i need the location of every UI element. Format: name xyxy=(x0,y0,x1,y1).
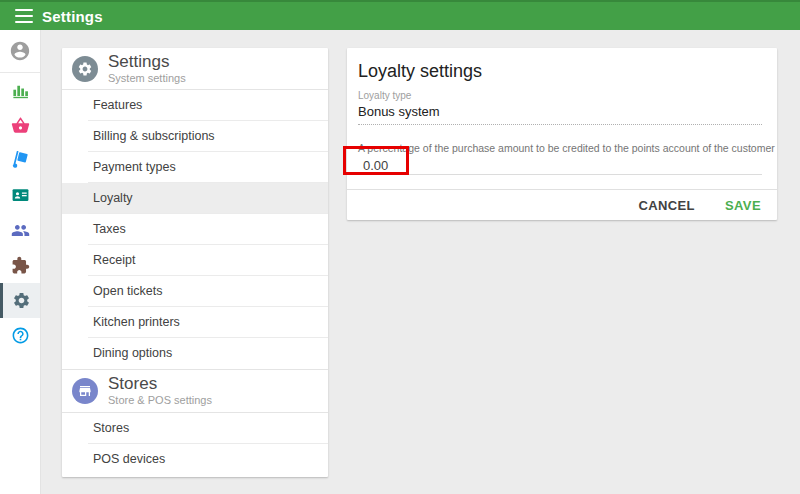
save-button[interactable]: SAVE xyxy=(725,198,761,213)
puzzle-icon xyxy=(11,256,30,275)
nav-item-inventory[interactable] xyxy=(0,143,40,178)
stores-group-header: Stores Store & POS settings xyxy=(62,369,328,413)
nav-item-reports[interactable] xyxy=(0,73,40,108)
sidebar-item-pos-devices[interactable]: POS devices xyxy=(62,444,328,475)
basket-icon xyxy=(11,116,30,135)
panel-title: Loyalty settings xyxy=(358,60,762,82)
sidebar-item-stores[interactable]: Stores xyxy=(62,413,328,444)
stores-group-title: Stores xyxy=(108,375,212,393)
help-icon xyxy=(11,326,30,345)
hand-truck-icon xyxy=(11,151,30,170)
menu-icon[interactable] xyxy=(15,9,33,23)
store-circle-icon xyxy=(72,378,98,404)
cancel-button[interactable]: CANCEL xyxy=(638,198,695,213)
stores-list: Stores POS devices xyxy=(62,413,328,475)
settings-group-subtitle: System settings xyxy=(108,73,186,85)
sidebar-item-features[interactable]: Features xyxy=(62,90,328,121)
sidebar-item-taxes[interactable]: Taxes xyxy=(62,214,328,245)
nav-item-employees[interactable] xyxy=(0,178,40,213)
stores-group-subtitle: Store & POS settings xyxy=(108,395,212,407)
settings-sidebar: Settings System settings Features Billin… xyxy=(62,48,328,477)
nav-item-items[interactable] xyxy=(0,108,40,143)
nav-rail xyxy=(0,30,41,494)
sidebar-item-receipt[interactable]: Receipt xyxy=(62,245,328,276)
nav-item-settings[interactable] xyxy=(0,283,40,318)
sidebar-item-open-tickets[interactable]: Open tickets xyxy=(62,276,328,307)
loyalty-type-label: Loyalty type xyxy=(358,90,762,101)
percentage-label: A percentage of the purchase amount to b… xyxy=(358,142,762,154)
account-icon xyxy=(9,40,31,62)
gear-icon xyxy=(12,291,31,310)
settings-group-title: Settings xyxy=(108,53,186,71)
settings-circle-icon xyxy=(72,56,98,82)
page-title: Settings xyxy=(42,8,103,25)
loyalty-settings-panel: Loyalty settings Loyalty type Bonus syst… xyxy=(347,48,777,220)
nav-item-customers[interactable] xyxy=(0,213,40,248)
nav-item-apps[interactable] xyxy=(0,248,40,283)
sidebar-item-dining-options[interactable]: Dining options xyxy=(62,338,328,369)
sidebar-item-kitchen-printers[interactable]: Kitchen printers xyxy=(62,307,328,338)
id-badge-icon xyxy=(11,186,30,205)
nav-item-help[interactable] xyxy=(0,318,40,353)
percentage-input[interactable] xyxy=(358,158,762,175)
sidebar-item-payment-types[interactable]: Payment types xyxy=(62,152,328,183)
settings-list: Features Billing & subscriptions Payment… xyxy=(62,90,328,369)
people-icon xyxy=(11,221,30,240)
sidebar-item-billing[interactable]: Billing & subscriptions xyxy=(62,121,328,152)
nav-item-account[interactable] xyxy=(0,30,40,73)
sidebar-item-loyalty[interactable]: Loyalty xyxy=(62,183,328,214)
settings-group-header: Settings System settings xyxy=(62,48,328,90)
loyalty-type-select[interactable]: Bonus system xyxy=(358,104,762,125)
panel-footer: CANCEL SAVE xyxy=(347,189,777,220)
top-app-bar: Settings xyxy=(0,0,800,30)
bar-chart-icon xyxy=(11,81,30,100)
